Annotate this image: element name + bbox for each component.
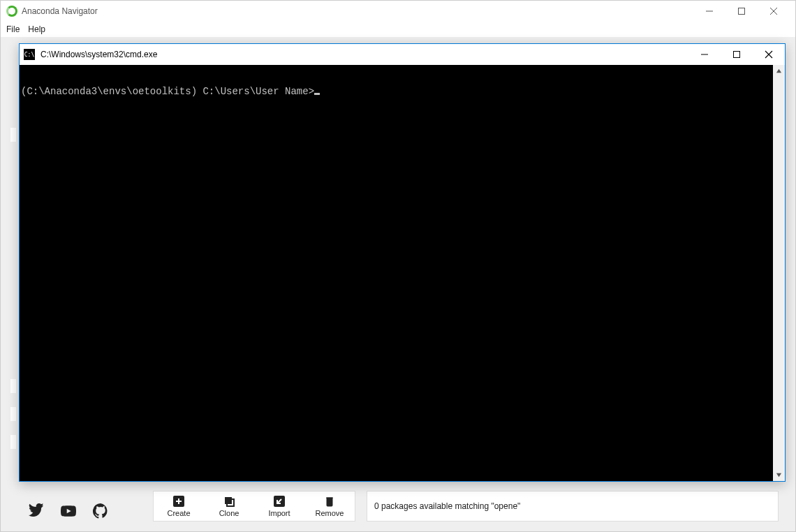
cmd-close-button[interactable]: [753, 44, 785, 65]
create-label: Create: [167, 509, 190, 517]
social-icons: [1, 503, 108, 522]
anaconda-logo-icon: [6, 6, 17, 17]
scrollbar-up-arrow[interactable]: [773, 65, 785, 77]
navigator-bottom-bar: Create Clone Import Remove 0 packages av…: [1, 480, 795, 522]
navigator-minimize-button[interactable]: [693, 1, 725, 22]
sidebar-stub: [10, 128, 16, 142]
cmd-maximize-button[interactable]: [721, 44, 753, 65]
cmd-title: C:\Windows\system32\cmd.exe: [40, 50, 157, 59]
cmd-window: C:\ C:\Windows\system32\cmd.exe (C:\Anac…: [19, 43, 786, 482]
menu-help[interactable]: Help: [28, 24, 45, 34]
import-button[interactable]: Import: [254, 492, 304, 521]
cmd-terminal[interactable]: (C:\Anaconda3\envs\oetoolkits) C:\Users\…: [20, 65, 773, 481]
remove-label: Remove: [316, 509, 344, 517]
svg-rect-5: [734, 52, 740, 58]
cmd-titlebar[interactable]: C:\ C:\Windows\system32\cmd.exe: [20, 44, 785, 65]
navigator-title-group: Anaconda Navigator: [6, 6, 98, 17]
navigator-title: Anaconda Navigator: [22, 6, 98, 16]
create-button[interactable]: Create: [154, 492, 204, 521]
svg-rect-2: [225, 497, 232, 504]
menu-file[interactable]: File: [6, 24, 20, 34]
sidebar-stub: [10, 435, 16, 449]
cmd-scrollbar[interactable]: [773, 65, 785, 481]
status-text: 0 packages available matching "opene": [374, 501, 520, 511]
cmd-body-wrap: (C:\Anaconda3\envs\oetoolkits) C:\Users\…: [20, 65, 785, 481]
cmd-cursor: [314, 93, 320, 95]
environment-toolbar: Create Clone Import Remove: [153, 491, 355, 522]
twitter-icon[interactable]: [29, 503, 44, 522]
cmd-prompt: (C:\Anaconda3\envs\oetoolkits) C:\Users\…: [21, 86, 314, 97]
navigator-menubar: File Help: [1, 22, 795, 37]
clone-label: Clone: [219, 509, 239, 517]
clone-button[interactable]: Clone: [204, 492, 254, 521]
svg-rect-0: [739, 8, 745, 15]
navigator-window-controls: [693, 1, 790, 22]
import-label: Import: [268, 509, 290, 517]
youtube-icon[interactable]: [61, 503, 76, 522]
github-icon[interactable]: [93, 503, 108, 522]
remove-button[interactable]: Remove: [304, 492, 355, 521]
navigator-close-button[interactable]: [758, 1, 790, 22]
sidebar-stub: [10, 379, 16, 393]
cmd-minimize-button[interactable]: [688, 44, 721, 65]
navigator-maximize-button[interactable]: [725, 1, 758, 22]
scrollbar-track[interactable]: [773, 77, 785, 469]
sidebar-stub: [10, 407, 16, 421]
scrollbar-down-arrow[interactable]: [773, 469, 785, 481]
status-box: 0 packages available matching "opene": [367, 491, 779, 522]
navigator-titlebar[interactable]: Anaconda Navigator: [1, 1, 795, 22]
cmd-icon: C:\: [24, 49, 35, 60]
